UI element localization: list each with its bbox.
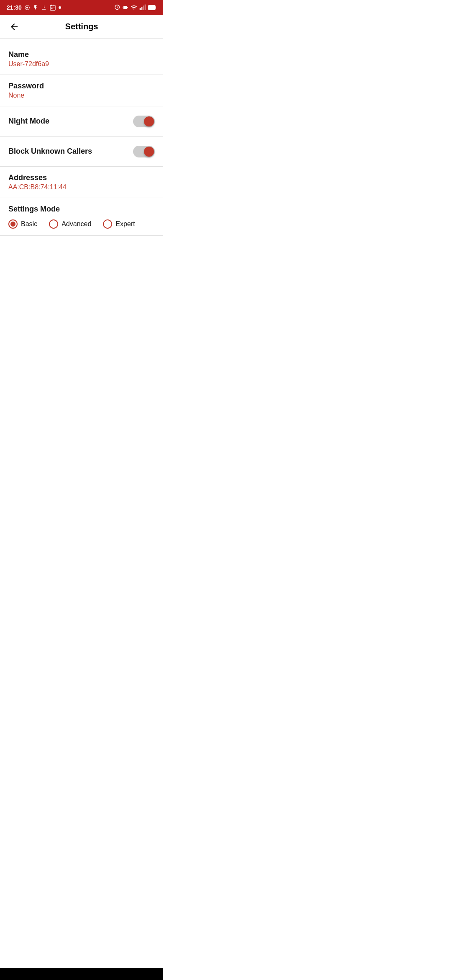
settings-mode-label: Settings Mode <box>8 205 155 214</box>
block-unknown-callers-setting[interactable]: Block Unknown Callers <box>0 137 163 167</box>
radio-basic-inner <box>10 222 15 227</box>
battery-icon <box>148 5 157 10</box>
block-callers-toggle[interactable] <box>133 146 155 157</box>
name-value: User-72df6a9 <box>8 60 49 68</box>
addresses-value: AA:CB:B8:74:11:44 <box>8 183 67 191</box>
night-mode-toggle[interactable] <box>133 116 155 127</box>
block-callers-toggle-thumb <box>144 147 154 157</box>
download-icon <box>41 5 47 10</box>
radio-expert[interactable]: Expert <box>103 219 135 229</box>
night-mode-toggle-thumb <box>144 116 154 126</box>
radio-basic[interactable]: Basic <box>8 219 37 229</box>
flash-icon <box>33 5 39 10</box>
back-button[interactable] <box>7 19 22 34</box>
svg-point-0 <box>26 7 28 9</box>
svg-rect-7 <box>140 8 141 10</box>
radio-expert-outer <box>103 219 112 229</box>
radio-basic-outer <box>8 219 18 229</box>
page-title: Settings <box>65 22 98 31</box>
status-bar-left: 21:30 <box>7 4 61 11</box>
settings-mode-radio-group: Basic Advanced Expert <box>8 219 155 229</box>
password-value: None <box>8 92 44 99</box>
calendar-icon <box>49 4 56 11</box>
name-setting-left: Name User-72df6a9 <box>8 50 49 68</box>
svg-rect-10 <box>145 5 146 10</box>
radio-advanced-label: Advanced <box>62 220 91 228</box>
addresses-setting[interactable]: Addresses AA:CB:B8:74:11:44 <box>0 167 163 198</box>
svg-rect-6 <box>51 8 52 9</box>
location-icon <box>24 5 30 10</box>
radio-advanced-outer <box>49 219 58 229</box>
name-label: Name <box>8 50 49 59</box>
settings-mode-section: Settings Mode Basic Advanced Expert <box>0 198 163 236</box>
wifi-icon <box>131 4 137 11</box>
night-mode-left: Night Mode <box>8 117 49 126</box>
vibrate-icon <box>123 5 128 10</box>
night-mode-setting[interactable]: Night Mode <box>0 106 163 137</box>
password-setting[interactable]: Password None <box>0 75 163 106</box>
addresses-left: Addresses AA:CB:B8:74:11:44 <box>8 173 67 191</box>
block-callers-left: Block Unknown Callers <box>8 147 92 156</box>
svg-rect-12 <box>149 6 154 9</box>
alarm-icon <box>114 4 121 11</box>
password-label: Password <box>8 82 44 90</box>
block-callers-label: Block Unknown Callers <box>8 147 92 156</box>
status-bar: 21:30 <box>0 0 163 15</box>
signal-icon <box>139 4 146 11</box>
radio-expert-label: Expert <box>116 220 135 228</box>
night-mode-label: Night Mode <box>8 117 49 126</box>
status-time: 21:30 <box>7 4 22 11</box>
notification-dot <box>59 6 61 9</box>
svg-rect-8 <box>141 7 143 10</box>
app-bar: Settings <box>0 15 163 39</box>
radio-basic-label: Basic <box>21 220 37 228</box>
radio-advanced[interactable]: Advanced <box>49 219 91 229</box>
password-setting-left: Password None <box>8 82 44 99</box>
settings-content: Name User-72df6a9 Password None Night Mo… <box>0 39 163 241</box>
status-bar-right <box>114 4 157 11</box>
addresses-label: Addresses <box>8 173 67 182</box>
back-arrow-icon <box>9 22 19 32</box>
svg-rect-2 <box>50 5 55 10</box>
name-setting[interactable]: Name User-72df6a9 <box>0 44 163 75</box>
svg-rect-9 <box>143 5 144 10</box>
